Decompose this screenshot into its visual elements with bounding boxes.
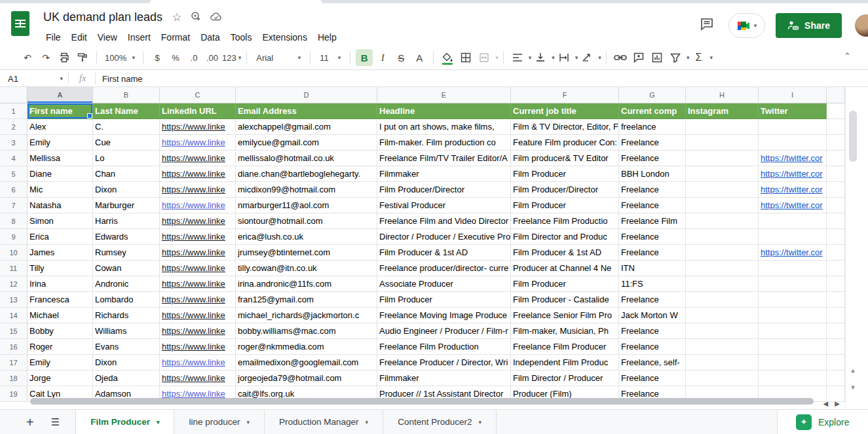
cell-headline[interactable]: Director / Producer / Executive Pro (377, 229, 511, 245)
cell-twitter[interactable]: https://twitter.cor (759, 166, 827, 182)
row-number-11[interactable]: 11 (0, 261, 28, 276)
sheet-tab-caret-icon[interactable]: ▾ (157, 419, 160, 425)
column-header-A[interactable]: A (28, 87, 93, 103)
name-box[interactable]: A1 ▾ (0, 74, 68, 84)
cell-extra[interactable] (827, 276, 845, 292)
twitter-link[interactable]: https://twitter.cor (761, 185, 823, 194)
cell-twitter[interactable]: https://twitter.cor (759, 198, 827, 213)
cell-extra[interactable] (827, 292, 845, 308)
cell-company[interactable]: Freelance (619, 245, 686, 261)
text-rotation-button[interactable] (578, 49, 595, 66)
more-formats-button[interactable]: 123▾ (222, 49, 241, 66)
scroll-up-icon[interactable]: ▲ (850, 367, 856, 374)
cell-job[interactable]: Freelance Film Producer (511, 339, 619, 355)
header-cell-5[interactable]: Headline (377, 103, 511, 119)
cell-twitter[interactable] (759, 292, 827, 308)
cell-extra[interactable] (827, 151, 845, 166)
twitter-link[interactable]: https://twitter.cor (761, 169, 823, 179)
row-number-1[interactable]: 1 (0, 103, 28, 119)
cell-first[interactable]: Erica (28, 229, 93, 245)
cell-job[interactable]: Film producer& TV Editor (511, 151, 619, 166)
cell-first[interactable]: Bobby (28, 323, 93, 339)
twitter-link[interactable]: https://twitter.cor (761, 153, 823, 163)
header-cell-9[interactable]: Twitter (759, 103, 827, 119)
cell-instagram[interactable] (686, 151, 759, 166)
cell-company[interactable]: Freelance (619, 371, 686, 386)
horizontal-scrollbar[interactable] (30, 398, 814, 405)
cell-job[interactable]: Film Producer/Director (511, 182, 619, 198)
linkedin-link[interactable]: https://www.linke (162, 247, 225, 257)
cell-twitter[interactable] (759, 135, 827, 151)
sheet-tab-caret-icon[interactable]: ▾ (247, 419, 250, 425)
cell-linkedin[interactable]: https://www.linke (160, 308, 236, 323)
twitter-link[interactable]: https://twitter.cor (761, 200, 823, 210)
row-number-9[interactable]: 9 (0, 229, 28, 245)
cell-instagram[interactable] (686, 245, 759, 261)
linkedin-link[interactable]: https://www.linke (162, 310, 225, 320)
header-cell-7[interactable]: Current comp (619, 103, 686, 119)
cell-email[interactable]: tilly.cowan@itn.co.uk (236, 261, 377, 276)
header-cell-8[interactable]: Instagram (686, 103, 759, 119)
cell-headline[interactable]: Film-maker. Film production co (377, 135, 511, 151)
cell-twitter[interactable] (759, 323, 827, 339)
cell-twitter[interactable] (759, 355, 827, 371)
cell-linkedin[interactable]: https://www.linke (160, 135, 236, 151)
cell-email[interactable]: emailmedixon@googlemail.com (236, 355, 377, 371)
cell-email[interactable]: micdixon99@hotmail.com (236, 182, 377, 198)
cell-headline[interactable]: I put on art shows, make films, (377, 119, 511, 135)
horizontal-align-caret-icon[interactable]: ▾ (529, 54, 532, 61)
cell-headline[interactable]: Film Producer & 1st AD (377, 245, 511, 261)
undo-button[interactable]: ↶ (19, 49, 36, 66)
cell-headline[interactable]: Freelance producer/director- curre (377, 261, 511, 276)
cell-last[interactable]: Lo (93, 151, 160, 166)
cell-instagram[interactable] (686, 323, 759, 339)
cell-last[interactable]: Edwards (93, 229, 160, 245)
cell-first[interactable]: Michael (28, 308, 93, 323)
column-header-I[interactable]: I (759, 87, 827, 103)
cell-instagram[interactable] (686, 276, 759, 292)
cell-extra[interactable] (827, 308, 845, 323)
cell-email[interactable]: roger@nkmmedia.com (236, 339, 377, 355)
linkedin-link[interactable]: https://www.linke (162, 216, 225, 226)
cell-job[interactable]: Freelance Film Productio (511, 213, 619, 229)
sheets-logo[interactable] (11, 11, 29, 36)
cell-headline[interactable]: Freelance Film Production (377, 339, 511, 355)
cell-twitter[interactable] (759, 213, 827, 229)
row-number-18[interactable]: 18 (0, 371, 28, 386)
cell-company[interactable]: Freelance (619, 182, 686, 198)
select-all-corner[interactable] (0, 87, 28, 103)
cell-last[interactable]: Cue (93, 135, 160, 151)
linkedin-link[interactable]: https://www.linke (162, 342, 225, 352)
cell-last[interactable]: Dixon (93, 182, 160, 198)
cell-first[interactable]: Emily (28, 135, 93, 151)
cell-instagram[interactable] (686, 135, 759, 151)
functions-caret-icon[interactable]: ▾ (709, 54, 713, 61)
vertical-align-button[interactable] (532, 49, 549, 66)
linkedin-link[interactable]: https://www.linke (162, 200, 225, 210)
cell-linkedin[interactable]: https://www.linke (160, 276, 236, 292)
cell-last[interactable]: Dixon (93, 355, 160, 371)
vertical-scrollbar-thumb[interactable] (849, 111, 857, 162)
cell-headline[interactable]: Film Producer (377, 292, 511, 308)
cell-first[interactable]: Diane (28, 166, 93, 182)
insert-comment-button[interactable] (630, 49, 647, 66)
cell-job[interactable]: Film Producer (511, 198, 619, 213)
document-title[interactable]: UK demand plan leads (43, 10, 162, 24)
cell-email[interactable]: mellissalo@hotmail.co.uk (236, 151, 377, 166)
bold-button[interactable]: B (356, 49, 373, 66)
vertical-scrollbar[interactable]: ▲ ▼ (845, 87, 859, 409)
cell-job[interactable]: Feature Film producer Con: (511, 135, 619, 151)
menu-tools[interactable]: Tools (225, 29, 257, 45)
cell-email[interactable]: jrumsey@btinternet.com (236, 245, 377, 261)
cell-job[interactable]: Film Producer - Castalide (511, 292, 619, 308)
cell-first[interactable]: Alex (28, 119, 93, 135)
add-sheet-icon[interactable]: + (26, 416, 34, 429)
cell-linkedin[interactable]: https://www.linke (160, 182, 236, 198)
insert-link-button[interactable] (612, 49, 629, 66)
cell-job[interactable]: Film Producer & 1st AD (511, 245, 619, 261)
row-number-4[interactable]: 4 (0, 151, 28, 166)
text-rotation-caret-icon[interactable]: ▾ (598, 54, 601, 61)
vertical-align-caret-icon[interactable]: ▾ (552, 54, 555, 61)
cell-linkedin[interactable]: https://www.linke (160, 292, 236, 308)
cell-twitter[interactable] (759, 119, 827, 135)
